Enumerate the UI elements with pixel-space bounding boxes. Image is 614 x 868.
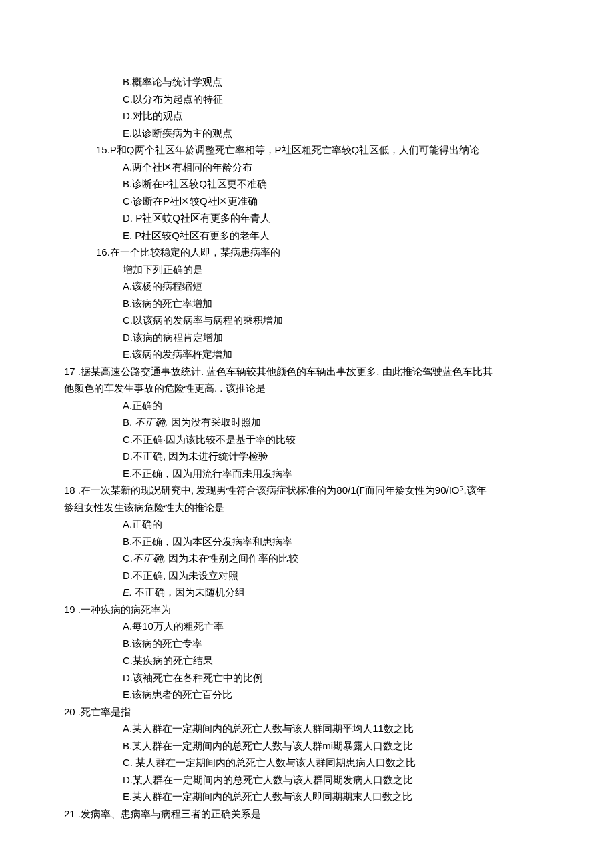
option-c: C.以该病的发病率与病程的乘积增加 xyxy=(123,312,550,329)
option-e: E.某人群在一定期间内的总死亡人数与该人即同期期末人口数之比 xyxy=(123,788,550,805)
option-b: B.某人群在一定期间内的总死亡人数与该人群mi期暴露人口数之比 xyxy=(123,737,550,755)
option-c: C.以分布为起点的特征 xyxy=(123,91,550,108)
question-prev-options: B.概率论与统计学观点 C.以分布为起点的特征 D.对比的观点 E.以诊断疾病为… xyxy=(64,73,550,141)
exam-page: B.概率论与统计学观点 C.以分布为起点的特征 D.对比的观点 E.以诊断疾病为… xyxy=(0,0,614,868)
option-b: B. 不正确, 因为没有采取时照加 xyxy=(123,414,550,431)
option-c: C.不正确, 因为未在性别之间作率的比较 xyxy=(123,550,550,567)
option-d: D. P社区蚊Q社区有更多的年青人 xyxy=(123,209,550,227)
question-20-options: A.某人群在一定期间内的总死亡人数与该人群同期平均人11数之比 B.某人群在一定… xyxy=(64,720,550,805)
question-18-stem-2: 龄组女性发生该病危险性大的推论是 xyxy=(64,499,550,516)
question-15-stem: 15.P和Q两个社区年龄调整死亡率相等，P社区粗死亡率较Q社区低，人们可能得出纳… xyxy=(64,141,550,159)
option-e: E,该病患者的死亡百分比 xyxy=(123,686,550,703)
question-17-options: A.正确的 B. 不正确, 因为没有采取时照加 C.不正确·因为该比较不是基于率… xyxy=(64,397,550,482)
question-18-stem-1: 18 .在一次某新的现况研究中, 发现男性符合该病症状标准的为80/1(Γ而同年… xyxy=(64,482,550,499)
option-e: E. 不正确，因为未随机分组 xyxy=(123,584,550,601)
option-c: C. 某人群在一定期间内的总死亡人数与该人群同期患病人口数之比 xyxy=(123,754,550,771)
option-d: D.对比的观点 xyxy=(123,107,550,125)
option-a: A.正确的 xyxy=(123,516,550,533)
option-a: A.某人群在一定期间内的总死亡人数与该人群同期平均人11数之比 xyxy=(123,720,550,737)
option-b: B.该病的死亡专率 xyxy=(123,635,550,653)
option-a: A.该杨的病程缩短 xyxy=(123,278,550,295)
question-19: 19 .一种疾病的病死率为 A.每10万人的粗死亡率 B.该病的死亡专率 C.某… xyxy=(64,601,550,703)
question-18: 18 .在一次某新的现况研究中, 发现男性符合该病症状标准的为80/1(Γ而同年… xyxy=(64,482,550,601)
option-c: C.某疾病的死亡结果 xyxy=(123,652,550,669)
option-b: B.诊断在P社区较Q社区更不准确 xyxy=(123,175,550,193)
option-c: C.不正确·因为该比较不是基于率的比较 xyxy=(123,431,550,448)
question-16-stem-1: 16.在一个比较稳定的人即，某病患病率的 xyxy=(64,244,550,261)
option-d: D.该袖死亡在各种死亡中的比例 xyxy=(123,669,550,687)
option-b: B.概率论与统计学观点 xyxy=(123,73,550,91)
question-20: 20 .死亡率是指 A.某人群在一定期间内的总死亡人数与该人群同期平均人11数之… xyxy=(64,703,550,805)
option-d: D.某人群在一定期间内的总死亡人数与该人群同期发病人口数之比 xyxy=(123,771,550,789)
option-b: B.不正确，因为本区分发病率和患病率 xyxy=(123,533,550,550)
question-15: 15.P和Q两个社区年龄调整死亡率相等，P社区粗死亡率较Q社区低，人们可能得出纳… xyxy=(64,141,550,244)
question-21-stem: 21 .发病率、患病率与病程三者的正确关系是 xyxy=(64,805,550,823)
question-17-stem-1: 17 .据某高速公路交通事故统计. 蓝色车辆较其他颜色的车辆出事故更多, 由此推… xyxy=(64,363,550,380)
question-16-stem-2: 增加下列正确的是 xyxy=(64,261,550,278)
question-18-options: A.正确的 B.不正确，因为本区分发病率和患病率 C.不正确, 因为未在性别之间… xyxy=(64,516,550,601)
option-a: A.正确的 xyxy=(123,397,550,414)
option-e: E.该病的发病率杵定增加 xyxy=(123,346,550,363)
question-15-options: A.两个社区有相同的年龄分布 B.诊断在P社区较Q社区更不准确 C·诊断在P社区… xyxy=(64,159,550,244)
question-19-options: A.每10万人的粗死亡率 B.该病的死亡专率 C.某疾病的死亡结果 D.该袖死亡… xyxy=(64,618,550,703)
question-20-stem: 20 .死亡率是指 xyxy=(64,703,550,721)
option-e: E.以诊断疾病为主的观点 xyxy=(123,125,550,142)
option-c: C·诊断在P社区较Q社区更准确 xyxy=(123,193,550,210)
option-d: D.不正确, 因为未设立对照 xyxy=(123,567,550,584)
question-17: 17 .据某高速公路交通事故统计. 蓝色车辆较其他颜色的车辆出事故更多, 由此推… xyxy=(64,363,550,482)
question-17-stem-2: 他颜色的车发生事故的危险性更高. . 该推论是 xyxy=(64,380,550,397)
question-21: 21 .发病率、患病率与病程三者的正确关系是 xyxy=(64,805,550,823)
option-a: A.每10万人的粗死亡率 xyxy=(123,618,550,635)
option-e: E. P社区较Q社区有更多的老年人 xyxy=(123,227,550,244)
option-d: D.不正确, 因为未进行统计学检验 xyxy=(123,448,550,465)
question-16-options: A.该杨的病程缩短 B.该病的死亡率增加 C.以该病的发病率与病程的乘积增加 D… xyxy=(64,278,550,363)
option-e: E.不正确，因为用流行率而未用发病率 xyxy=(123,465,550,482)
option-a: A.两个社区有相同的年龄分布 xyxy=(123,159,550,176)
option-b: B.该病的死亡率增加 xyxy=(123,295,550,312)
question-16: 16.在一个比较稳定的人即，某病患病率的 增加下列正确的是 A.该杨的病程缩短 … xyxy=(64,244,550,363)
question-19-stem: 19 .一种疾病的病死率为 xyxy=(64,601,550,618)
option-d: D.该病的病程肯定增加 xyxy=(123,329,550,346)
